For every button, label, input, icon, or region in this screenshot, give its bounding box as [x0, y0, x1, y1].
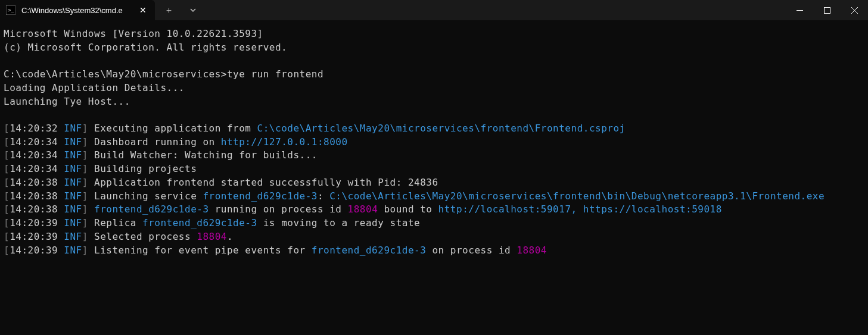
- cmd-icon: >_: [6, 5, 15, 15]
- log-level: INF: [58, 123, 82, 134]
- log-bracket: [: [4, 163, 10, 174]
- log-bracket: [: [4, 177, 10, 188]
- log-text: Build Watcher: Watching for builds...: [94, 149, 318, 161]
- log-level: INF: [58, 177, 82, 188]
- log-text: Building projects: [94, 163, 197, 174]
- prompt: C:\code\Articles\May20\microservices>: [4, 68, 227, 80]
- log-text: running on process id: [209, 203, 348, 215]
- log-bracket: [: [4, 231, 10, 242]
- log-text: Dashboard running on: [94, 136, 221, 148]
- log-bracket: ]: [82, 123, 94, 134]
- command: tye run frontend: [227, 68, 323, 80]
- svg-text:>_: >_: [8, 7, 14, 13]
- log-timestamp: 14:20:38: [10, 203, 58, 215]
- log-timestamp: 14:20:39: [10, 231, 58, 242]
- log-bracket: [: [4, 190, 10, 202]
- log-text: is moving to a ready state: [257, 217, 421, 228]
- minimize-icon: [797, 7, 803, 14]
- terminal-tab[interactable]: >_ C:\Windows\System32\cmd.e ✕: [0, 0, 155, 20]
- log-timestamp: 14:20:34: [10, 149, 58, 161]
- log-lines: [14:20:32 INF] Executing application fro…: [4, 122, 864, 257]
- log-bracket: [: [4, 203, 10, 215]
- log-text: Application frontend started successfull…: [94, 177, 438, 188]
- log-level: INF: [58, 163, 82, 174]
- log-bracket: ]: [82, 231, 94, 242]
- log-text: frontend_d629c1de-3: [94, 203, 209, 215]
- log-level: INF: [58, 136, 82, 148]
- log-level: INF: [58, 149, 82, 161]
- log-level: INF: [58, 190, 82, 202]
- output-line: Launching Tye Host...: [4, 96, 130, 107]
- minimize-button[interactable]: [786, 0, 813, 20]
- log-bracket: ]: [82, 217, 94, 228]
- log-bracket: ]: [82, 190, 94, 202]
- log-bracket: [: [4, 149, 10, 161]
- log-timestamp: 14:20:38: [10, 190, 58, 202]
- log-text: http://127.0.0.1:8000: [221, 136, 348, 148]
- maximize-icon: [824, 7, 830, 14]
- log-timestamp: 14:20:34: [10, 163, 58, 174]
- log-text: .: [227, 231, 233, 242]
- log-text: frontend_d629c1de-3: [142, 217, 257, 228]
- close-icon: [851, 7, 858, 14]
- log-text: 18804: [348, 203, 378, 215]
- new-tab-button[interactable]: ＋: [156, 0, 182, 20]
- log-timestamp: 14:20:38: [10, 177, 58, 188]
- log-bracket: [: [4, 245, 10, 256]
- log-text: Listening for event pipe events for: [94, 245, 312, 256]
- svg-rect-3: [824, 7, 830, 13]
- log-bracket: [: [4, 123, 10, 134]
- log-text: 18804: [517, 245, 547, 256]
- log-level: INF: [58, 203, 82, 215]
- tab-dropdown-button[interactable]: [182, 0, 204, 20]
- log-timestamp: 14:20:32: [10, 123, 58, 134]
- titlebar: >_ C:\Windows\System32\cmd.e ✕ ＋: [0, 0, 868, 20]
- log-text: Replica: [94, 217, 142, 228]
- log-bracket: ]: [82, 203, 94, 215]
- log-level: INF: [58, 245, 82, 256]
- log-bracket: [: [4, 217, 10, 228]
- log-bracket: ]: [82, 245, 94, 256]
- log-text: on process id: [426, 245, 517, 256]
- log-text: :: [318, 190, 329, 202]
- log-text: http://localhost:59017, https://localhos…: [438, 203, 722, 215]
- log-level: INF: [58, 217, 82, 228]
- log-text: Selected process: [94, 231, 197, 242]
- log-text: frontend_d629c1de-3: [312, 245, 427, 256]
- tab-title: C:\Windows\System32\cmd.e: [21, 6, 131, 15]
- log-bracket: ]: [82, 136, 94, 148]
- banner-line: Microsoft Windows [Version 10.0.22621.35…: [4, 28, 263, 39]
- log-text: C:\code\Articles\May20\microservices\fro…: [329, 190, 825, 202]
- maximize-button[interactable]: [813, 0, 841, 20]
- log-text: C:\code\Articles\May20\microservices\fro…: [257, 123, 626, 134]
- log-text: bound to: [378, 203, 438, 215]
- chevron-down-icon: [190, 7, 196, 13]
- banner-line: (c) Microsoft Corporation. All rights re…: [4, 42, 287, 53]
- log-text: Executing application from: [94, 123, 257, 134]
- tab-close-button[interactable]: ✕: [137, 5, 149, 15]
- log-timestamp: 14:20:39: [10, 245, 58, 256]
- log-text: 18804: [197, 231, 227, 242]
- log-bracket: ]: [82, 163, 94, 174]
- log-level: INF: [58, 231, 82, 242]
- log-timestamp: 14:20:34: [10, 136, 58, 148]
- log-text: frontend_d629c1de-3: [203, 190, 318, 202]
- log-timestamp: 14:20:39: [10, 217, 58, 228]
- window-controls: [786, 0, 868, 20]
- terminal-output[interactable]: Microsoft Windows [Version 10.0.22621.35…: [0, 20, 868, 264]
- output-line: Loading Application Details...: [4, 82, 185, 93]
- log-bracket: [: [4, 136, 10, 148]
- log-bracket: ]: [82, 177, 94, 188]
- log-bracket: ]: [82, 149, 94, 161]
- close-button[interactable]: [841, 0, 868, 20]
- log-text: Launching service: [94, 190, 203, 202]
